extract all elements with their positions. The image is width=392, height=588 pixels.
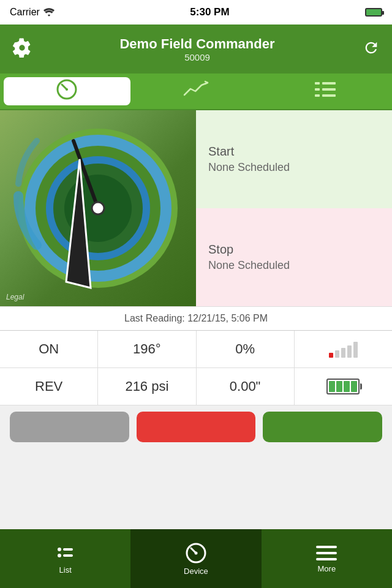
header-title-block: Demo Field Commander 50009 bbox=[119, 36, 274, 62]
device-id: 50009 bbox=[119, 52, 274, 62]
app-title: Demo Field Commander bbox=[119, 36, 274, 52]
gauge-icon bbox=[56, 78, 78, 104]
nav-device-label: Device bbox=[184, 567, 208, 576]
carrier-text: Carrier bbox=[10, 7, 40, 18]
svg-point-12 bbox=[92, 202, 104, 214]
refresh-button[interactable] bbox=[363, 39, 380, 59]
action-buttons bbox=[0, 405, 392, 448]
signal-bar-1 bbox=[329, 353, 333, 358]
status-time: 5:30 PM bbox=[190, 6, 229, 18]
more-icon bbox=[316, 545, 337, 562]
detail-icon bbox=[314, 80, 337, 103]
bat-cell-2 bbox=[336, 381, 342, 392]
start-label: Start bbox=[208, 145, 380, 159]
svg-rect-5 bbox=[322, 82, 336, 85]
svg-point-14 bbox=[58, 554, 61, 557]
nav-item-device[interactable]: Device bbox=[130, 529, 261, 588]
list-icon bbox=[56, 543, 75, 563]
svg-rect-7 bbox=[322, 88, 336, 91]
tab-gauge[interactable] bbox=[4, 77, 130, 105]
cell-percent: 0% bbox=[197, 331, 295, 368]
svg-rect-15 bbox=[63, 548, 73, 551]
svg-rect-4 bbox=[315, 82, 320, 85]
stop-label: Stop bbox=[208, 243, 380, 257]
map-background bbox=[0, 110, 196, 306]
nav-item-list[interactable]: List bbox=[0, 529, 130, 588]
svg-point-13 bbox=[58, 548, 61, 551]
bat-cell-3 bbox=[344, 381, 350, 392]
cell-battery bbox=[295, 368, 392, 405]
data-table: ON 196° 0% REV 216 psi 0.00" bbox=[0, 330, 392, 405]
bottom-nav: List Device More bbox=[0, 529, 392, 588]
app-header: Demo Field Commander 50009 bbox=[0, 24, 392, 74]
svg-rect-6 bbox=[315, 88, 320, 91]
map-legal-text: Legal bbox=[6, 293, 24, 301]
settings-button[interactable] bbox=[12, 38, 32, 60]
action-btn-green[interactable] bbox=[263, 412, 382, 442]
pivot-overlay bbox=[0, 110, 196, 306]
battery-icon bbox=[365, 8, 382, 17]
cell-signal bbox=[295, 331, 392, 368]
svg-point-19 bbox=[194, 551, 197, 554]
nav-list-label: List bbox=[59, 565, 72, 575]
signal-bar-5 bbox=[353, 342, 358, 358]
last-reading-text: Last Reading: 12/21/15, 5:06 PM bbox=[124, 313, 268, 323]
tab-graph[interactable] bbox=[133, 77, 260, 105]
table-row: ON 196° 0% bbox=[0, 331, 392, 368]
top-tab-bar bbox=[0, 74, 392, 110]
wifi-icon bbox=[43, 8, 55, 17]
cell-angle: 196° bbox=[98, 331, 196, 368]
schedule-panel: Start None Scheduled Stop None Scheduled bbox=[196, 110, 392, 306]
svg-point-2 bbox=[66, 88, 68, 91]
bat-cell-1 bbox=[329, 381, 335, 392]
nav-item-more[interactable]: More bbox=[262, 529, 392, 588]
battery-full-icon bbox=[326, 379, 360, 394]
svg-rect-21 bbox=[316, 552, 337, 554]
refresh-icon bbox=[363, 39, 380, 56]
signal-bar-3 bbox=[341, 348, 345, 358]
status-battery bbox=[365, 8, 382, 17]
start-value: None Scheduled bbox=[208, 161, 380, 174]
action-btn-red[interactable] bbox=[137, 412, 256, 442]
cell-direction: REV bbox=[0, 368, 98, 405]
svg-rect-8 bbox=[315, 94, 320, 97]
table-row: REV 216 psi 0.00" bbox=[0, 368, 392, 405]
map-schedule-section: Legal Start None Scheduled Stop None Sch… bbox=[0, 110, 392, 306]
bat-cell-4 bbox=[351, 381, 357, 392]
map-view[interactable]: Legal bbox=[0, 110, 196, 306]
svg-rect-16 bbox=[63, 554, 73, 557]
svg-rect-22 bbox=[316, 558, 337, 560]
cell-status: ON bbox=[0, 331, 98, 368]
cell-pressure: 216 psi bbox=[98, 368, 196, 405]
status-bar: Carrier 5:30 PM bbox=[0, 0, 392, 24]
tab-detail[interactable] bbox=[262, 77, 388, 105]
nav-more-label: More bbox=[318, 564, 336, 573]
status-carrier: Carrier bbox=[10, 7, 55, 18]
stop-value: None Scheduled bbox=[208, 259, 380, 272]
action-btn-gray[interactable] bbox=[10, 412, 129, 442]
signal-bar-4 bbox=[347, 345, 352, 358]
svg-rect-20 bbox=[316, 546, 337, 548]
gear-icon bbox=[12, 38, 32, 58]
svg-rect-9 bbox=[322, 94, 336, 97]
graph-icon bbox=[183, 80, 209, 102]
signal-bar-2 bbox=[335, 350, 339, 358]
cell-depth: 0.00" bbox=[197, 368, 295, 405]
device-icon bbox=[185, 542, 207, 564]
schedule-stop: Stop None Scheduled bbox=[196, 208, 392, 306]
signal-bars bbox=[329, 341, 358, 358]
last-reading-bar: Last Reading: 12/21/15, 5:06 PM bbox=[0, 306, 392, 330]
schedule-start: Start None Scheduled bbox=[196, 110, 392, 208]
